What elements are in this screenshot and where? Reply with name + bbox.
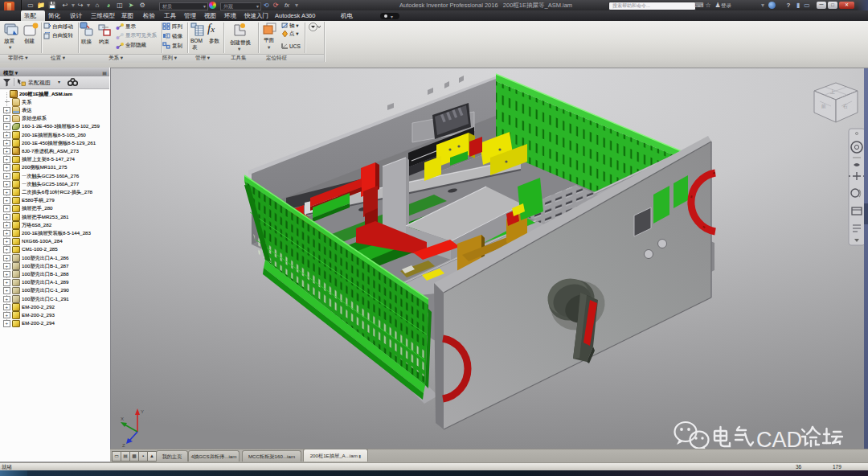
svg-text:Z: Z — [122, 443, 125, 448]
svg-text:右: 右 — [842, 103, 848, 109]
svg-text:上: 上 — [829, 89, 835, 94]
svg-text:Y: Y — [141, 409, 144, 414]
svg-text:前: 前 — [821, 104, 826, 109]
svg-text:X: X — [121, 416, 124, 421]
